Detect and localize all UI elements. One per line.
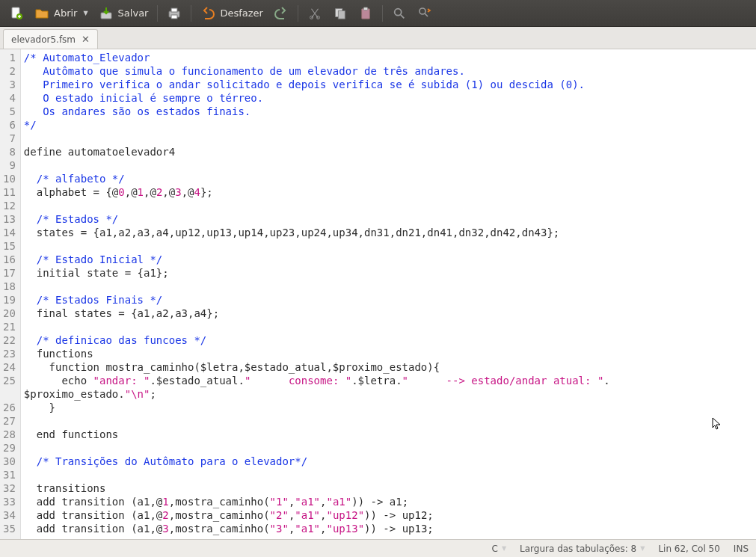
tab-width-selector[interactable]: Largura das tabulações: 8 ▼ — [520, 544, 645, 554]
code-line[interactable]: /* alfabeto */ — [24, 172, 610, 185]
code-line[interactable]: functions — [24, 347, 610, 360]
code-line[interactable]: O estado inicial é sempre o térreo. — [24, 91, 610, 105]
code-area[interactable]: /* Automato_Elevador Autômato que simula… — [21, 49, 610, 539]
undo-button[interactable]: Desfazer — [196, 3, 268, 24]
code-line[interactable]: /* Estado Inicial */ — [24, 253, 610, 266]
code-line[interactable] — [24, 159, 610, 172]
chevron-down-icon: ▼ — [502, 545, 506, 552]
cut-button[interactable] — [303, 3, 327, 24]
search-button[interactable] — [387, 3, 411, 24]
language-selector[interactable]: C ▼ — [492, 544, 507, 554]
save-button[interactable]: Salvar — [94, 3, 153, 24]
undo-icon — [200, 6, 215, 21]
tab-filename: elevador5.fsm — [11, 34, 76, 45]
search-icon — [392, 6, 407, 21]
toolbar: Abrir ▼ Salvar Desfazer — [0, 0, 756, 27]
code-line[interactable]: /* Transições do Autômato para o elevado… — [24, 455, 610, 468]
code-line[interactable]: /* Estados Finais */ — [24, 293, 610, 307]
code-line[interactable]: states = {a1,a2,a3,a4,up12,up13,up14,up2… — [24, 226, 610, 239]
svg-point-13 — [420, 8, 425, 14]
find-replace-icon — [417, 6, 432, 21]
line-number-gutter: 1234567891011121314151617181920212223242… — [0, 49, 21, 539]
save-icon — [99, 6, 114, 21]
insert-mode[interactable]: INS — [734, 544, 749, 554]
code-line[interactable]: add transition (a1,@1,mostra_caminho("1"… — [24, 495, 610, 508]
code-line[interactable] — [24, 441, 610, 455]
code-line[interactable] — [24, 199, 610, 212]
chevron-down-icon: ▼ — [640, 545, 645, 552]
code-line[interactable]: */ — [24, 118, 610, 132]
code-line[interactable]: } — [24, 401, 610, 414]
new-file-icon — [9, 6, 24, 21]
print-icon — [167, 6, 182, 21]
code-line[interactable] — [24, 320, 610, 333]
copy-button[interactable] — [328, 3, 352, 24]
separator — [157, 5, 158, 22]
code-line[interactable]: echo "andar: ".$estado_atual." consome: … — [24, 374, 610, 387]
code-line[interactable]: /* Automato_Elevador — [24, 51, 610, 64]
paste-icon — [358, 6, 373, 21]
svg-point-12 — [395, 8, 402, 15]
code-line[interactable] — [24, 414, 610, 428]
code-line[interactable]: /* Estados */ — [24, 212, 610, 226]
code-line[interactable]: transitions — [24, 481, 610, 495]
code-line[interactable]: Autômato que simula o funcionamento de u… — [24, 64, 610, 78]
redo-icon — [274, 6, 289, 21]
language-label: C — [492, 544, 498, 554]
code-line[interactable] — [24, 132, 610, 145]
separator — [298, 5, 298, 22]
code-line[interactable]: Primeiro verifica o andar solicitado e d… — [24, 78, 610, 91]
svg-rect-9 — [338, 10, 345, 19]
tab-width-label: Largura das tabulações: 8 — [520, 544, 636, 554]
code-line[interactable]: $proximo_estado."\n"; — [24, 387, 610, 401]
code-line[interactable]: add transition (a1,@2,mostra_caminho("2"… — [24, 508, 610, 522]
code-line[interactable] — [24, 239, 610, 253]
separator — [191, 5, 191, 22]
new-file-button[interactable] — [4, 3, 28, 24]
file-tab[interactable]: elevador5.fsm ✕ — [3, 29, 98, 49]
save-label: Salvar — [118, 7, 149, 19]
svg-rect-11 — [363, 7, 367, 10]
tab-bar: elevador5.fsm ✕ — [0, 27, 756, 49]
code-line[interactable]: final states = {a1,a2,a3,a4}; — [24, 307, 610, 320]
code-line[interactable]: function mostra_caminho($letra,$estado_a… — [24, 360, 610, 374]
folder-open-icon — [34, 6, 49, 21]
close-icon[interactable]: ✕ — [80, 34, 91, 45]
code-line[interactable]: initial state = {a1}; — [24, 266, 610, 280]
chevron-down-icon: ▼ — [83, 10, 87, 16]
code-line[interactable]: alphabet = {@0,@1,@2,@3,@4}; — [24, 185, 610, 199]
open-label: Abrir — [54, 7, 77, 19]
code-line[interactable] — [24, 468, 610, 481]
code-line[interactable]: Os andares são os estados finais. — [24, 105, 610, 118]
cut-icon — [307, 6, 322, 21]
code-line[interactable]: add transition (a1,@3,mostra_caminho("3"… — [24, 522, 610, 535]
paste-button[interactable] — [354, 3, 378, 24]
code-line[interactable] — [24, 280, 610, 293]
svg-rect-5 — [171, 15, 177, 19]
code-line[interactable]: /* definicao das funcoes */ — [24, 333, 610, 347]
svg-rect-4 — [171, 8, 177, 12]
code-line[interactable]: end functions — [24, 428, 610, 441]
find-replace-button[interactable] — [413, 3, 437, 24]
cursor-position: Lin 62, Col 50 — [658, 544, 719, 554]
status-bar: C ▼ Largura das tabulações: 8 ▼ Lin 62, … — [0, 539, 756, 557]
undo-label: Desfazer — [220, 7, 263, 19]
code-editor[interactable]: 1234567891011121314151617181920212223242… — [0, 49, 756, 539]
open-button[interactable]: Abrir ▼ — [30, 3, 93, 24]
print-button[interactable] — [162, 3, 186, 24]
separator — [382, 5, 383, 22]
copy-icon — [333, 6, 348, 21]
code-line[interactable]: define automatoelevador4 — [24, 145, 610, 159]
redo-button[interactable] — [269, 3, 293, 24]
